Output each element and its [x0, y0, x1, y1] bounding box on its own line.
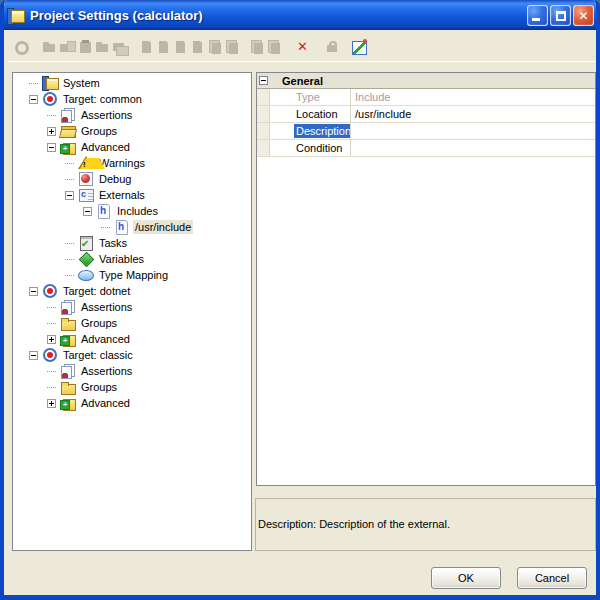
toolbar-button-6-document	[138, 36, 155, 58]
property-name[interactable]: Condition	[270, 140, 351, 156]
collapse-icon[interactable]	[65, 191, 74, 200]
tree-connector	[65, 259, 74, 260]
tree-item-label: Advanced	[79, 332, 132, 346]
tree-connector	[47, 115, 56, 116]
tree-item-label: Tasks	[97, 236, 129, 250]
tree-item-advanced[interactable]: Advanced	[13, 139, 251, 155]
property-value[interactable]	[351, 140, 595, 156]
tree-item-tasks[interactable]: Tasks	[13, 235, 251, 251]
tree-item-type-mapping[interactable]: Type Mapping	[13, 267, 251, 283]
toolbar-button-14-delete[interactable]	[294, 36, 311, 58]
tree-item-target-classic[interactable]: Target: classic	[13, 347, 251, 363]
expand-icon[interactable]	[47, 127, 56, 136]
collapse-icon[interactable]	[83, 207, 92, 216]
collapse-icon[interactable]	[29, 95, 38, 104]
lock-icon	[324, 39, 340, 55]
tree-item-groups[interactable]: Groups	[13, 315, 251, 331]
include-icon	[96, 203, 112, 219]
property-row-condition[interactable]: Condition	[257, 140, 595, 157]
help-panel: Description: Description of the external…	[255, 498, 596, 551]
folder-plus-icon	[60, 139, 76, 155]
toolbar-button-5-folders	[111, 36, 128, 58]
toolbar-button-1-folder	[41, 36, 58, 58]
expand-icon[interactable]	[47, 399, 56, 408]
property-value: Include	[351, 89, 595, 105]
maximize-button[interactable]	[550, 5, 571, 26]
tree-item-label: Groups	[79, 124, 119, 138]
property-grid: General Type Include Location /usr/inclu…	[256, 72, 596, 486]
tree-item-assertions[interactable]: Assertions	[13, 107, 251, 123]
document-icon	[139, 39, 155, 55]
tree-connector	[47, 323, 56, 324]
toolbar-button-4-folder	[94, 36, 111, 58]
property-row-type: Type Include	[257, 89, 595, 106]
row-gutter	[257, 123, 270, 139]
tree-item-groups[interactable]: Groups	[13, 379, 251, 395]
tree-item-label: Advanced	[79, 396, 132, 410]
tree-connector	[47, 387, 56, 388]
tree-item-advanced[interactable]: Advanced	[13, 331, 251, 347]
tree-item-includes[interactable]: Includes	[13, 203, 251, 219]
close-icon: ✕	[574, 8, 593, 24]
toolbar	[8, 32, 596, 62]
folder-plus-icon	[60, 331, 76, 347]
folder-icon	[60, 315, 76, 331]
target-icon	[42, 283, 58, 299]
collapse-icon[interactable]	[29, 287, 38, 296]
tree-item-label: Type Mapping	[97, 268, 170, 282]
tree-connector	[101, 227, 110, 228]
expand-icon[interactable]	[47, 335, 56, 344]
variable-icon	[78, 251, 94, 267]
ok-button[interactable]: OK	[431, 567, 501, 589]
toolbar-button-2-folder-doc	[58, 36, 75, 58]
tree-item-advanced[interactable]: Advanced	[13, 395, 251, 411]
tree-item-warnings[interactable]: Warnings	[13, 155, 251, 171]
toolbar-button-0-ring	[12, 36, 29, 58]
tree-connector	[29, 83, 38, 84]
collapse-icon[interactable]	[29, 351, 38, 360]
tree-connector	[65, 243, 74, 244]
assertions-icon	[60, 107, 76, 123]
settings-tree: SystemTarget: commonAssertionsGroupsAdva…	[12, 72, 252, 551]
tree-item-assertions[interactable]: Assertions	[13, 363, 251, 379]
collapse-minus-icon[interactable]	[259, 76, 268, 85]
toolbar-button-16-edit[interactable]	[350, 36, 367, 58]
tree-item-variables[interactable]: Variables	[13, 251, 251, 267]
delete-icon	[295, 39, 311, 55]
collapse-icon[interactable]	[47, 143, 56, 152]
tree-connector	[47, 371, 56, 372]
tree-item-label: Groups	[79, 316, 119, 330]
property-category-header[interactable]: General	[257, 73, 595, 89]
property-name[interactable]: Location	[270, 106, 351, 122]
tree-item-debug[interactable]: Debug	[13, 171, 251, 187]
window-title: Project Settings (calculator)	[30, 8, 527, 23]
toolbar-button-8-document	[172, 36, 189, 58]
minimize-button[interactable]	[527, 5, 548, 26]
tree-item-externals[interactable]: Externals	[13, 187, 251, 203]
property-value[interactable]	[351, 123, 595, 139]
tree-item-assertions[interactable]: Assertions	[13, 299, 251, 315]
tree-item-target-dotnet[interactable]: Target: dotnet	[13, 283, 251, 299]
property-row-description[interactable]: Description	[257, 123, 595, 140]
edit-icon	[351, 39, 367, 55]
titlebar: Project Settings (calculator) ✕	[0, 0, 600, 30]
tree-item-label: Assertions	[79, 108, 134, 122]
documents-stack-icon	[266, 39, 282, 55]
tree-item-groups[interactable]: Groups	[13, 123, 251, 139]
folder-plus-icon	[60, 395, 76, 411]
include-icon	[114, 219, 130, 235]
cancel-button[interactable]: Cancel	[517, 567, 587, 589]
tree-item-usr-include[interactable]: /usr/include	[13, 219, 251, 235]
property-name[interactable]: Description	[270, 123, 351, 139]
folders-icon	[112, 39, 128, 55]
toolbar-button-12-documents-stack	[248, 36, 265, 58]
tree-item-label: Groups	[79, 380, 119, 394]
tree-item-system[interactable]: System	[13, 75, 251, 91]
tree-item-label: Target: common	[61, 92, 144, 106]
tree-item-target-common[interactable]: Target: common	[13, 91, 251, 107]
property-row-location[interactable]: Location /usr/include	[257, 106, 595, 123]
property-value[interactable]: /usr/include	[351, 106, 595, 122]
close-button[interactable]: ✕	[573, 5, 594, 26]
document-icon	[190, 39, 206, 55]
tasks-icon	[78, 235, 94, 251]
